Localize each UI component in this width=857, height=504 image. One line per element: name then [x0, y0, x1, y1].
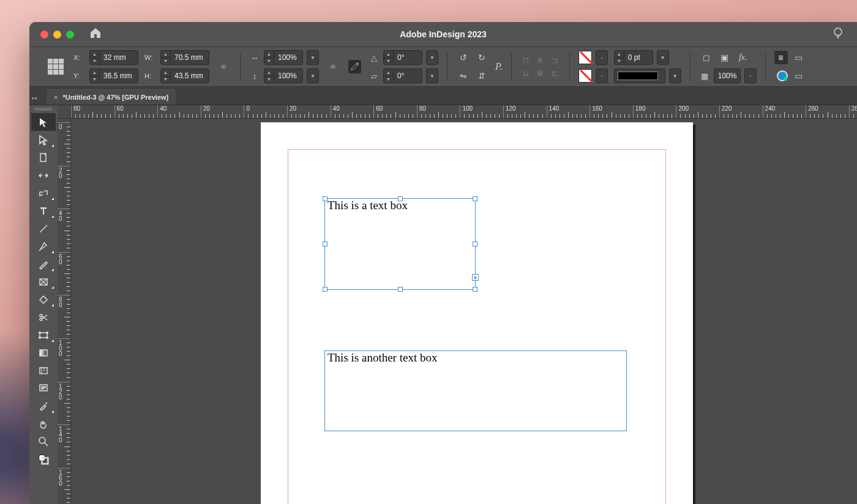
clear-transform-icon[interactable]: P. [495, 61, 503, 72]
selection-tool[interactable] [31, 113, 56, 131]
pen-tool[interactable] [31, 237, 56, 255]
hand-tool[interactable] [31, 415, 56, 432]
flip-vertical-icon[interactable]: ⇵ [474, 69, 489, 83]
gradient-swatch-tool[interactable] [31, 344, 56, 361]
gap-tool[interactable] [31, 166, 56, 184]
text-frame-selected[interactable]: This is a text box [324, 198, 476, 290]
shear-field[interactable]: ▲▼ [383, 69, 422, 83]
vertical-ruler[interactable]: 02 04 06 08 01 0 01 2 01 4 01 6 0 [58, 119, 71, 504]
resize-handle-se[interactable] [473, 287, 477, 292]
scale-x-dropdown[interactable]: ▼ [307, 50, 319, 65]
home-button[interactable] [89, 28, 102, 42]
window-close-button[interactable] [40, 31, 48, 39]
content-collector-tool[interactable] [31, 184, 56, 202]
free-transform-tool[interactable] [31, 326, 56, 344]
line-tool[interactable] [31, 220, 56, 237]
document-tab[interactable]: × *Untitled-3 @ 47% [GPU Preview] [47, 89, 176, 105]
resize-handle-n[interactable] [398, 196, 403, 201]
resize-handle-e[interactable] [473, 242, 477, 246]
rotation-dropdown[interactable]: ▼ [426, 50, 438, 65]
constrain-wh-link-icon[interactable]: ⚭ [215, 61, 231, 73]
discover-bulb-icon[interactable] [833, 27, 844, 42]
svg-point-13 [39, 437, 45, 443]
stroke-weight-field[interactable]: ▲▼ [614, 50, 653, 65]
screen-mode-icon[interactable] [777, 70, 788, 81]
stroke-style-dropdown[interactable]: ▼ [669, 69, 681, 83]
gradient-feather-tool[interactable] [31, 361, 56, 379]
document-tab-label: *Untitled-3 @ 47% [GPU Preview] [62, 94, 168, 101]
stroke-color-swatch[interactable] [578, 69, 592, 83]
title-bar: Adobe InDesign 2023 [29, 22, 857, 46]
height-field[interactable]: ▲▼ [160, 69, 209, 83]
direct-selection-tool[interactable] [31, 131, 56, 149]
resize-handle-nw[interactable] [323, 196, 327, 201]
out-port-icon[interactable] [472, 274, 479, 281]
scale-y-dropdown[interactable]: ▼ [307, 69, 319, 83]
note-tool[interactable] [31, 379, 56, 397]
eyedropper-tool[interactable] [31, 397, 56, 415]
resize-handle-s[interactable] [398, 287, 403, 292]
align-right-icon[interactable]: ⊐ [550, 56, 561, 65]
align-parent-icon[interactable]: ⊓ [520, 56, 531, 65]
constrain-scale-link-icon[interactable]: ⚭ [325, 61, 341, 73]
resize-handle-ne[interactable] [473, 196, 477, 201]
opacity-dropdown[interactable]: › [744, 69, 757, 83]
rotate-cw-icon[interactable]: ↻ [474, 50, 489, 65]
stroke-color-dropdown[interactable]: › [596, 69, 608, 83]
fill-dropdown[interactable]: › [596, 50, 608, 65]
panel-menu-icon[interactable]: ▭ [792, 50, 806, 65]
x-position-field[interactable]: ▲▼ [89, 50, 138, 65]
width-field[interactable]: ▲▼ [160, 50, 209, 65]
text-frame-2[interactable]: This is another text box [324, 350, 627, 431]
expand-panels-icon[interactable]: ▸▸ [29, 95, 47, 105]
pencil-tool[interactable] [31, 255, 56, 273]
scale-x-field[interactable]: ▲▼ [264, 50, 303, 65]
svg-point-7 [47, 332, 48, 333]
align-bottom-icon[interactable]: ⊏ [550, 69, 561, 78]
w-label: W: [144, 54, 157, 61]
rotate-ccw-icon[interactable]: ↺ [456, 50, 471, 65]
pasteboard[interactable]: This is a text box This is another text … [71, 119, 857, 504]
flip-horizontal-icon[interactable]: ⇋ [456, 69, 471, 83]
stroke-style-field[interactable] [614, 69, 665, 83]
ellipse-tool[interactable] [31, 291, 56, 308]
fill-stroke-toggle[interactable] [31, 450, 56, 468]
ruler-origin[interactable] [58, 105, 71, 119]
rotate-icon: △ [369, 53, 380, 62]
edit-area: 8060402002040608010012014016018020022024… [29, 105, 857, 504]
drop-shadow-icon[interactable]: ▣ [717, 50, 732, 65]
align-vcenter-icon[interactable]: ⋓ [535, 69, 546, 78]
scale-y-field[interactable]: ▲▼ [264, 69, 303, 83]
rectangle-frame-tool[interactable] [31, 273, 56, 291]
rotation-field[interactable]: ▲▼ [383, 50, 422, 65]
reference-point-grid[interactable] [48, 59, 64, 75]
shear-dropdown[interactable]: ▼ [426, 69, 438, 83]
resize-handle-sw[interactable] [323, 287, 327, 292]
window-minimize-button[interactable] [53, 31, 61, 39]
type-tool[interactable] [31, 202, 56, 220]
y-label: Y: [73, 72, 86, 80]
auto-fit-badge-icon[interactable]: 🧷 [348, 60, 361, 73]
text-wrap-icon[interactable]: ≣ [774, 51, 788, 64]
page-tool[interactable] [31, 149, 56, 166]
close-tab-icon[interactable]: × [54, 94, 58, 101]
stroke-style-preview [618, 72, 658, 80]
horizontal-ruler[interactable]: 8060402002040608010012014016018020022024… [58, 105, 857, 119]
stroke-weight-dropdown[interactable]: ▼ [657, 50, 669, 65]
svg-rect-5 [40, 333, 47, 338]
fill-swatch[interactable] [578, 51, 592, 64]
tools-panel [29, 105, 58, 504]
opacity-field[interactable] [714, 69, 741, 83]
window-maximize-button[interactable] [66, 31, 74, 39]
scissors-tool[interactable] [31, 308, 56, 326]
align-top-icon[interactable]: ⊔ [520, 69, 531, 78]
panel-options-icon[interactable]: ▭ [792, 69, 806, 83]
effects-fx-icon[interactable]: fx. [736, 50, 750, 65]
y-position-field[interactable]: ▲▼ [89, 69, 138, 83]
text-frame-1-content: This is a text box [327, 199, 408, 212]
resize-handle-w[interactable] [323, 242, 327, 246]
page[interactable]: This is a text box This is another text … [261, 122, 693, 504]
zoom-tool[interactable] [31, 432, 56, 450]
align-center-icon[interactable]: ⋔ [535, 56, 546, 65]
corner-options-icon[interactable]: ◻ [699, 50, 714, 65]
